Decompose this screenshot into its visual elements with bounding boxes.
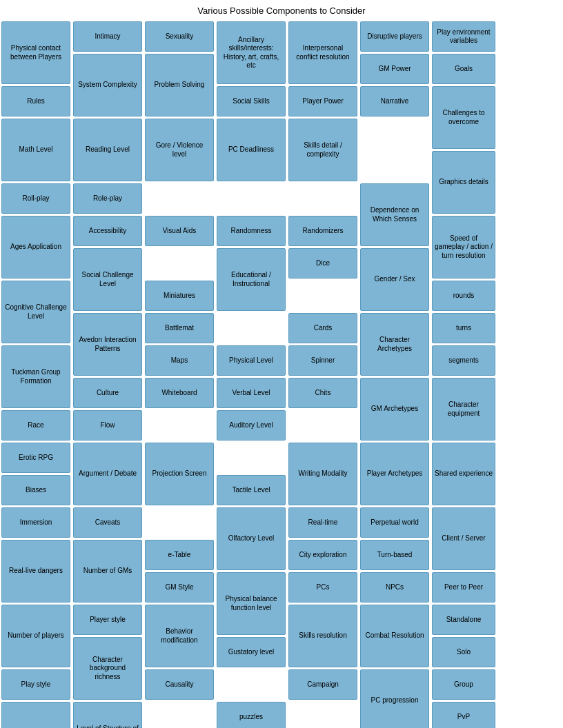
card: Writing Modality — [288, 443, 357, 505]
card: Accessibility — [73, 216, 142, 246]
card: Gore / Violence level — [145, 119, 214, 181]
card: Problem Solving — [145, 54, 214, 117]
card: Perpetual world — [360, 507, 429, 538]
card: Narrative — [360, 86, 429, 117]
card: Projection Screen — [145, 443, 214, 505]
card: Turn-based — [360, 540, 429, 570]
card: Group — [432, 669, 495, 700]
card: NPCs — [360, 572, 429, 603]
main-grid: Physical contact between PlayersRulesMat… — [1, 20, 562, 728]
card: Social Skills — [217, 86, 286, 117]
card: Real-time — [288, 507, 357, 538]
card: Player Archetypes — [360, 443, 429, 505]
card: Play style — [1, 669, 70, 700]
card: Peer to Peer — [432, 572, 495, 603]
card: Tactile Level — [217, 475, 286, 505]
card: Player Power — [288, 86, 357, 117]
card: Tuckman Group Formation — [1, 345, 70, 408]
card: Avedon Interaction Patterns — [73, 313, 142, 376]
card: City exploration — [288, 540, 357, 570]
card: World building — [1, 702, 70, 728]
card: GM Power — [360, 54, 429, 84]
card: Auditory Level — [217, 410, 286, 441]
card: Dependence on Which Senses — [360, 183, 429, 246]
card: PCs — [288, 572, 357, 603]
card: Randomizers — [288, 216, 357, 246]
card: Number of players — [1, 605, 70, 667]
card: Dice — [288, 248, 357, 279]
card: Player style — [73, 605, 142, 635]
card: PC Deadliness — [217, 119, 286, 181]
card: Olfactory Level — [217, 507, 286, 570]
card: Ancillary skills/interests: History, art… — [217, 21, 286, 84]
card: Disruptive players — [360, 21, 429, 52]
card: Graphics details — [432, 151, 495, 214]
card: Role-play — [73, 183, 142, 214]
card: puzzles — [217, 702, 286, 728]
card: Rules — [1, 86, 70, 117]
card: Speed of gameplay / action / turn resolu… — [432, 216, 495, 279]
card: Solo — [432, 637, 495, 667]
card: Intimacy — [73, 21, 142, 52]
card: Battlemat — [145, 313, 214, 343]
card: Reading Level — [73, 119, 142, 181]
card: Real-live dangers — [1, 540, 70, 603]
card: Cards — [288, 313, 357, 343]
card: Standalone — [432, 605, 495, 635]
card: Combat Resolution — [360, 605, 429, 667]
card: Roll-play — [1, 183, 70, 214]
card: rounds — [432, 281, 495, 311]
card: Cognitive Challenge Level — [1, 281, 70, 343]
card: Physical balance function level — [217, 572, 286, 635]
card: Play environment variables — [432, 21, 495, 52]
card: Miniatures — [145, 281, 214, 311]
card: Maps — [145, 345, 214, 376]
card: Ages Application — [1, 216, 70, 279]
card: Chits — [288, 378, 357, 408]
card: turns — [432, 313, 495, 343]
page-title: Various Possible Components to Consider — [0, 0, 563, 20]
card: Whiteboard — [145, 378, 214, 408]
card: GM Style — [145, 572, 214, 603]
card: Social Challenge Level — [73, 248, 142, 311]
card: Gustatory level — [217, 637, 286, 667]
card: Causality — [145, 669, 214, 700]
card: Campaign — [288, 669, 357, 700]
card: Spinner — [288, 345, 357, 376]
card: Visual Aids — [145, 216, 214, 246]
card: Physical contact between Players — [1, 21, 70, 84]
card: Flow — [73, 410, 142, 441]
card: Verbal Level — [217, 378, 286, 408]
card: Caveats — [73, 507, 142, 538]
card: Challenges to overcome — [432, 86, 495, 149]
card: Argument / Debate — [73, 443, 142, 505]
card: PC progression — [360, 669, 429, 728]
card: Behavior modification — [145, 605, 214, 667]
card: Goals — [432, 54, 495, 84]
card: Gender / Sex — [360, 248, 429, 311]
card: Immersion — [1, 507, 70, 538]
card: Level of Structure of Play — [73, 702, 142, 728]
card: Skills detail / complexity — [288, 119, 357, 181]
card: e-Table — [145, 540, 214, 570]
card: Client / Server — [432, 507, 495, 570]
card: Skills resolution — [288, 605, 357, 667]
card: Physical Level — [217, 345, 286, 376]
card: Race — [1, 410, 70, 441]
card: Randomness — [217, 216, 286, 246]
card: Interpersonal conflict resolution — [288, 21, 357, 84]
card: Biases — [1, 475, 70, 505]
card: GM Archetypes — [360, 378, 429, 441]
card: Number of GMs — [73, 540, 142, 603]
card: Sexuality — [145, 21, 214, 52]
card: Math Level — [1, 119, 70, 181]
card: System Complexity — [73, 54, 142, 117]
card: segments — [432, 345, 495, 376]
card: Educational / Instructional — [217, 248, 286, 311]
card: Erotic RPG — [1, 443, 70, 473]
card: Shared experience — [432, 443, 495, 505]
card: Character Archetypes — [360, 313, 429, 376]
card: Character background richness — [73, 637, 142, 700]
card: PvP — [432, 702, 495, 728]
card: Character equipment — [432, 378, 495, 441]
